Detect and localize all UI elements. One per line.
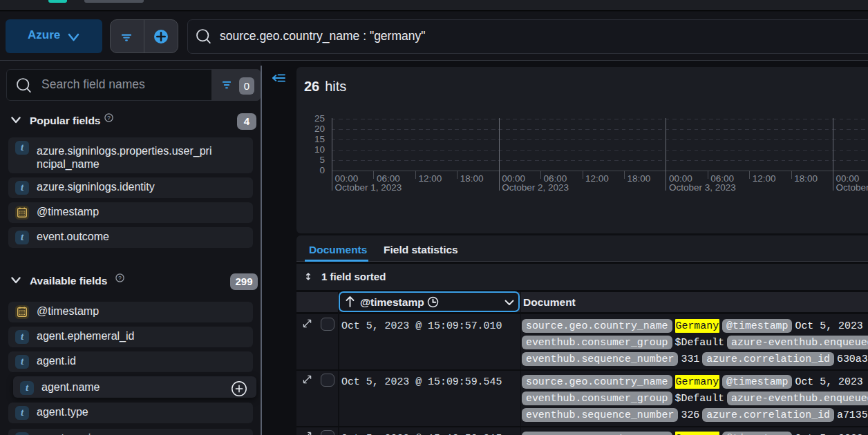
svg-text:?: ? [107,115,111,122]
svg-text:?: ? [118,275,122,282]
